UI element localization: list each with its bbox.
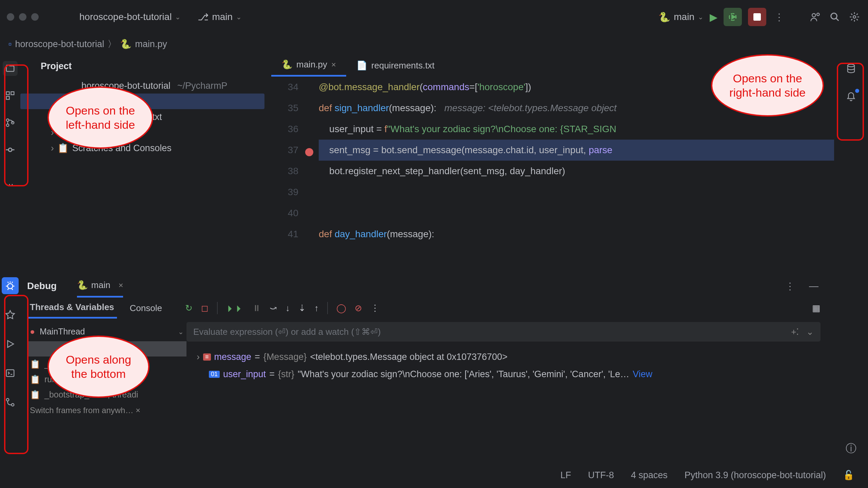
- annotation-highlight-left: [4, 64, 28, 186]
- run-config-selector[interactable]: 🐍 main ⌄: [658, 12, 704, 23]
- stop-button[interactable]: [748, 8, 766, 26]
- debug-title: Debug: [27, 281, 57, 291]
- python-icon: 🐍: [120, 39, 132, 49]
- breadcrumb-root[interactable]: horoscope-bot-tutorial: [15, 39, 104, 49]
- close-icon[interactable]: ×: [331, 60, 336, 69]
- debug-button[interactable]: [724, 8, 742, 26]
- annotation-callout-left: Opens on the left-hand side: [47, 86, 153, 149]
- window-controls[interactable]: [7, 13, 39, 21]
- problems-icon[interactable]: ⓘ: [846, 441, 856, 456]
- pause-icon[interactable]: ⏸: [252, 303, 261, 313]
- view-breakpoints-icon[interactable]: ◯: [336, 303, 346, 313]
- tab-label: main.py: [296, 59, 327, 70]
- svg-point-1: [817, 13, 820, 16]
- resume-icon[interactable]: ⏵⏵: [226, 303, 244, 313]
- threads-variables-tab[interactable]: Threads & Variables: [27, 298, 117, 319]
- debug-tool-icon[interactable]: [2, 277, 19, 294]
- run-config-name: main: [674, 12, 694, 22]
- layout-icon[interactable]: ▦: [812, 303, 821, 313]
- line-separator[interactable]: LF: [560, 470, 571, 481]
- sidebar-title: Project: [37, 61, 268, 78]
- debug-header: Debug 🐍main× ⋮ —: [27, 274, 834, 298]
- svg-point-12: [8, 284, 13, 289]
- debug-session-tab[interactable]: 🐍main×: [77, 274, 123, 298]
- project-selector[interactable]: horoscope-bot-tutorial ⌄: [79, 12, 181, 22]
- settings-icon[interactable]: [848, 10, 861, 24]
- debug-tab-label: main: [91, 280, 110, 290]
- step-over-icon[interactable]: ⤻: [270, 303, 277, 313]
- tab-main-py[interactable]: 🐍main.py×: [271, 54, 346, 77]
- indent[interactable]: 4 spaces: [631, 470, 668, 481]
- svg-point-3: [853, 16, 856, 18]
- breakpoint-icon[interactable]: [305, 148, 313, 156]
- variable-row[interactable]: 01user_input = {str} "What's your zodiac…: [186, 366, 821, 383]
- branch-name: main: [212, 12, 233, 22]
- search-icon[interactable]: [828, 10, 842, 24]
- minimize-icon[interactable]: —: [807, 279, 821, 293]
- stop-icon[interactable]: ◻: [201, 303, 209, 313]
- rerun-icon[interactable]: ↻: [185, 303, 193, 313]
- lock-icon[interactable]: 🔓: [843, 470, 854, 481]
- interpreter[interactable]: Python 3.9 (horoscope-bot-tutorial): [685, 470, 826, 481]
- code-with-me-icon[interactable]: [808, 10, 822, 24]
- more-icon[interactable]: ⋮: [772, 10, 786, 24]
- status-bar: LF UTF-8 4 spaces Python 3.9 (horoscope-…: [0, 463, 868, 487]
- close-icon[interactable]: ×: [118, 281, 123, 290]
- view-link[interactable]: View: [633, 369, 652, 380]
- breadcrumb-file[interactable]: main.py: [135, 39, 167, 49]
- console-tab[interactable]: Console: [127, 303, 165, 313]
- mute-breakpoints-icon[interactable]: ⊘: [355, 303, 362, 313]
- annotation-highlight-right: [837, 63, 864, 141]
- breadcrumb: ▫ horoscope-bot-tutorial 〉 🐍 main.py: [0, 34, 868, 54]
- annotation-highlight-bottom: [4, 295, 28, 454]
- tab-requirements[interactable]: 📄requirements.txt: [346, 54, 445, 77]
- project-name: horoscope-bot-tutorial: [79, 12, 172, 22]
- step-into-icon[interactable]: ↓: [285, 303, 290, 313]
- variable-row[interactable]: ›≡message = {Message} <telebot.types.Mes…: [186, 348, 821, 366]
- svg-point-0: [812, 14, 815, 17]
- more-icon[interactable]: ⋮: [371, 303, 379, 313]
- step-out-icon[interactable]: ↑: [314, 303, 319, 313]
- run-button[interactable]: ▶: [710, 11, 717, 23]
- evaluate-input[interactable]: Evaluate expression (⏎) or add a watch (…: [186, 322, 821, 342]
- svg-point-2: [831, 13, 837, 19]
- tab-label: requirements.txt: [371, 60, 434, 71]
- frame-tip: Switch frames from anywh… ×: [27, 402, 186, 419]
- branch-icon: ⎇: [198, 12, 209, 23]
- chevron-down-icon: ⌄: [175, 13, 181, 21]
- branch-selector[interactable]: ⎇ main ⌄: [198, 12, 242, 23]
- top-toolbar: horoscope-bot-tutorial ⌄ ⎇ main ⌄ 🐍 main…: [0, 0, 868, 34]
- annotation-callout-right: Opens on the right-hand side: [711, 54, 824, 117]
- debug-toolbar: Threads & Variables Console ↻ ◻ ⏵⏵ ⏸ ⤻ ↓…: [27, 298, 834, 319]
- step-into-my-icon[interactable]: ⇣: [298, 303, 306, 313]
- annotation-callout-bottom: Opens along the bottom: [47, 336, 150, 398]
- variables-panel: Evaluate expression (⏎) or add a watch (…: [186, 319, 834, 463]
- python-icon: 🐍: [658, 12, 670, 23]
- line-gutter[interactable]: 3435363738394041: [271, 77, 309, 274]
- more-icon[interactable]: ⋮: [783, 279, 797, 293]
- chevron-down-icon: ⌄: [698, 13, 704, 21]
- encoding[interactable]: UTF-8: [588, 470, 614, 481]
- chevron-down-icon: ⌄: [236, 13, 242, 21]
- project-sidebar: Project horoscope-bot-tutorial ~/Pycharm…: [20, 54, 271, 274]
